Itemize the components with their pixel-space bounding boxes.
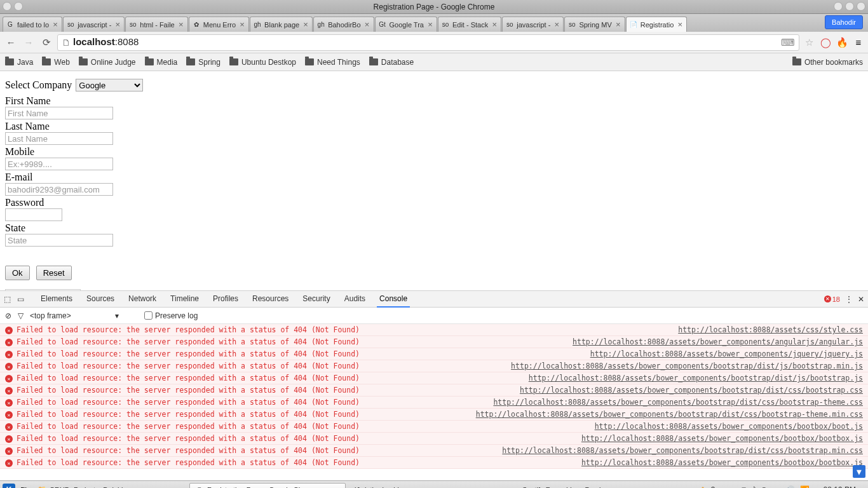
maximize-icon[interactable] [845,2,854,11]
tab-close-icon[interactable]: × [553,21,560,29]
mobile-input[interactable] [5,158,113,170]
address-bar[interactable]: 🗋 localhost:8088 ⌨ [57,34,799,51]
error-count[interactable]: ✕18 [824,295,840,303]
bookmark-item[interactable]: Media [145,58,178,67]
chrome-user-button[interactable]: Bahodir [825,15,863,29]
keyboard-layout[interactable]: us [771,485,780,489]
spotify-tray-icon[interactable]: ● [720,485,724,489]
volume-tray-icon[interactable]: 🔊 [785,485,795,489]
taskbar-item[interactable]: IJjetbrains-idea [347,483,503,489]
clear-console-icon[interactable]: ⊘ [5,311,11,320]
device-toggle-icon[interactable]: ▭ [17,295,24,304]
activity-icon[interactable]: ◧ [19,485,28,489]
browser-tab[interactable]: GtGoogle Tra× [375,17,437,32]
bookmark-item[interactable]: Need Things [305,58,360,67]
error-source-link[interactable]: http://localhost:8088/assets/bower_compo… [595,422,863,431]
dropbox-tray-icon[interactable]: ⧉ [742,485,747,489]
browser-tab[interactable]: Gfailed to lo× [3,17,62,32]
minimize-icon[interactable] [834,2,843,11]
devtools-tab[interactable]: Timeline [168,291,201,308]
devtools-menu-icon[interactable]: ⋮ [845,295,853,304]
network-tray-icon[interactable]: 📶 [800,485,810,489]
devtools-tab[interactable]: Profiles [210,291,241,308]
tab-close-icon[interactable]: × [491,21,498,29]
error-source-link[interactable]: http://localhost:8088/assets/bower_compo… [502,446,863,455]
browser-tab[interactable]: sojavascript -× [502,17,564,32]
browser-tab[interactable]: sojavascript -× [63,17,125,32]
devtools-tab[interactable]: Console [377,291,410,308]
back-button[interactable]: ← [4,36,18,50]
browser-tab[interactable]: soSpring MV× [564,17,625,32]
window-pin-icon[interactable] [14,2,23,11]
taskbar-item[interactable]: 📁CRUD_Project – Dolphin [32,483,188,489]
update-icon[interactable]: ⬆ [700,485,706,489]
error-source-link[interactable]: http://localhost:8088/assets/css/style.c… [678,325,863,334]
taskbar-item[interactable]: ♫Spotify Free - Linux Preview [505,483,661,489]
browser-tab[interactable]: ✿Menu Erro× [189,17,249,32]
devtools-close-icon[interactable]: ✕ [858,295,864,304]
browser-tab[interactable]: sohtml - Faile× [125,17,187,32]
error-source-link[interactable]: http://localhost:8088/assets/bower_compo… [493,398,863,407]
filter-icon[interactable]: ▽ [18,311,24,320]
tab-close-icon[interactable]: × [51,21,59,29]
error-source-link[interactable]: http://localhost:8088/assets/bower_compo… [590,349,863,358]
first-name-input[interactable] [5,107,113,119]
error-source-link[interactable]: http://localhost:8088/assets/bower_compo… [529,374,863,383]
other-bookmarks[interactable]: Other bookmarks [792,58,863,67]
tab-close-icon[interactable]: × [363,21,371,29]
tab-close-icon[interactable]: × [614,21,622,29]
preserve-log-checkbox[interactable]: Preserve log [144,311,198,320]
devtools-tab[interactable]: Resources [250,291,291,308]
browser-tab[interactable]: 📄Registratio× [626,17,688,32]
devtools-tab[interactable]: Security [300,291,332,308]
tab-close-icon[interactable]: × [177,21,185,29]
notifications-tray-icon[interactable]: ≡ [861,485,865,489]
last-name-input[interactable] [5,132,113,145]
desktop-pager[interactable]: 3 [711,485,715,489]
tab-close-icon[interactable]: × [676,21,684,29]
close-window-icon[interactable] [857,2,865,11]
browser-tab[interactable]: ghBahodirBo× [313,17,374,32]
scroll-down-icon[interactable]: ▼ [853,465,865,478]
email-input[interactable] [5,183,113,196]
company-select[interactable]: Google [76,79,143,92]
ok-button[interactable]: Ok [5,266,30,280]
state-input[interactable] [5,234,113,247]
browser-tab[interactable]: ghBlank page× [250,17,313,32]
bookmark-item[interactable]: Spring [186,58,220,67]
expand-tray-icon[interactable]: ▴ [815,485,818,489]
translate-icon[interactable]: ⌨ [781,37,795,48]
devtools-tab[interactable]: Network [126,291,159,308]
devtools-tab[interactable]: Audits [342,291,368,308]
tab-close-icon[interactable]: × [238,21,246,29]
star-icon[interactable]: ☆ [803,37,815,48]
password-input[interactable] [5,208,62,221]
window-menu-icon[interactable] [3,2,11,11]
browser-tab[interactable]: soEdit - Stack× [438,17,501,32]
error-source-link[interactable]: http://localhost:8088/assets/bower_compo… [520,386,863,395]
tab-close-icon[interactable]: × [426,21,434,29]
console-output[interactable]: ✕Failed to load resource: the server res… [0,324,868,480]
flame-extension-icon[interactable]: 🔥 [836,37,848,48]
taskbar-item[interactable]: ◉Registration Page - Google Chrome [189,483,346,489]
reload-button[interactable]: ⟳ [39,36,53,50]
error-source-link[interactable]: http://localhost:8088/assets/bower_compo… [476,410,863,419]
opera-extension-icon[interactable]: ◯ [820,37,831,48]
frame-selector[interactable]: <top frame> ▾ [30,311,138,320]
battery-tray-icon[interactable]: ▮ [762,485,766,489]
tab-close-icon[interactable]: × [114,21,121,29]
error-source-link[interactable]: http://localhost:8088/assets/bower_compo… [511,362,863,370]
reset-button[interactable]: Reset [36,266,72,280]
clipboard-tray-icon[interactable]: ✂ [730,485,736,489]
error-source-link[interactable]: http://localhost:8088/assets/bower_compo… [581,458,863,467]
bookmark-item[interactable]: Java [5,58,33,67]
bookmark-item[interactable]: Web [42,58,69,67]
error-source-link[interactable]: http://localhost:8088/assets/bower_compo… [573,337,863,346]
kde-start-icon[interactable]: K [3,484,15,489]
inspect-icon[interactable]: ⬚ [4,295,11,304]
menu-icon[interactable]: ≡ [853,37,864,48]
bookmark-item[interactable]: Online Judge [79,58,136,67]
bluetooth-tray-icon[interactable]: ᛒ [752,485,757,489]
devtools-tab[interactable]: Elements [38,291,75,308]
bookmark-item[interactable]: Ubuntu Destkop [229,58,296,67]
